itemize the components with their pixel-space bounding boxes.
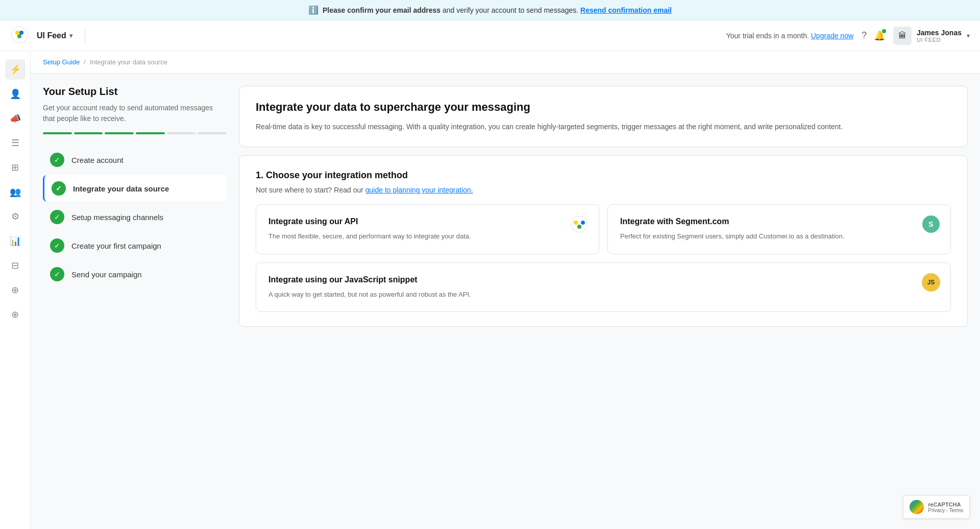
section-subtitle: Not sure where to start? Read our guide …: [256, 186, 951, 194]
js-card-title: Integrate using our JavaScript snippet: [268, 275, 938, 284]
brand-name[interactable]: UI Feed ▾: [37, 31, 72, 40]
js-snippet-icon: JS: [922, 273, 940, 292]
svg-point-5: [574, 221, 578, 225]
section-title: 1. Choose your integration method: [256, 170, 951, 181]
notification-dot: [882, 29, 886, 33]
sidebar-item-data-source[interactable]: ⚡: [5, 59, 26, 80]
progress-segment-3: [105, 132, 134, 134]
breadcrumb-current: Integrate your data source: [90, 58, 167, 66]
check-icon-messaging: ✓: [50, 210, 64, 224]
svg-point-6: [581, 221, 585, 225]
avatar: 🏛: [893, 27, 912, 45]
setup-item-first-campaign[interactable]: ✓ Create your first campaign: [43, 232, 227, 259]
integration-method-card: 1. Choose your integration method Not su…: [239, 155, 968, 327]
recaptcha-text: reCAPTCHA Privacy - Terms: [928, 501, 963, 513]
brand-dropdown-arrow: ▾: [69, 32, 72, 39]
sidebar-item-grid[interactable]: ⊞: [5, 157, 26, 178]
sidebar-item-charts[interactable]: 📊: [5, 231, 26, 251]
progress-segment-4: [136, 132, 165, 134]
breadcrumb-separator: /: [84, 58, 86, 66]
setup-item-send-campaign[interactable]: ✓ Send your campaign: [43, 261, 227, 287]
content-area: Setup Guide / Integrate your data source…: [31, 51, 980, 529]
sidebar-item-people[interactable]: 👤: [5, 84, 26, 104]
setup-item-label-first-campaign: Create your first campaign: [71, 242, 161, 250]
header-right: Your trial ends in a month. Upgrade now …: [726, 27, 970, 45]
notification-bell-icon[interactable]: 🔔: [874, 30, 885, 41]
breadcrumb: Setup Guide / Integrate your data source: [31, 51, 980, 74]
setup-item-label-send-campaign: Send your campaign: [71, 270, 142, 279]
svg-point-2: [19, 31, 23, 35]
notification-bar: ℹ️ Please confirm your email address and…: [0, 0, 980, 20]
setup-item-label-create-account: Create account: [71, 156, 124, 164]
hero-desc: Real-time data is key to successful mess…: [256, 121, 951, 132]
upgrade-link[interactable]: Upgrade now: [811, 32, 853, 40]
segment-card-title: Integrate with Segment.com: [620, 217, 938, 226]
header: UI Feed ▾ Your trial ends in a month. Up…: [0, 20, 980, 51]
setup-item-messaging-channels[interactable]: ✓ Setup messaging channels: [43, 204, 227, 230]
setup-item-label-integrate-data: Integrate your data source: [73, 184, 169, 193]
integration-grid: Integrate using our API The most flexibl…: [256, 204, 951, 254]
header-separator: [85, 28, 85, 43]
resend-confirmation-link[interactable]: Resend confirmation email: [580, 6, 672, 14]
segment-card-desc: Perfect for existing Segment users, simp…: [620, 231, 938, 242]
progress-bar: [43, 132, 227, 134]
check-icon-send-campaign: ✓: [50, 267, 64, 281]
setup-item-create-account[interactable]: ✓ Create account: [43, 147, 227, 173]
progress-segment-2: [74, 132, 103, 134]
header-icons: ? 🔔: [862, 30, 885, 41]
setup-list-title: Your Setup List: [43, 86, 227, 98]
svg-point-7: [577, 225, 581, 229]
check-icon-integrate-data: ✓: [52, 181, 66, 196]
progress-segment-5: [167, 132, 196, 134]
question-circle-icon: ℹ️: [308, 5, 318, 15]
api-icon: [570, 215, 589, 233]
integration-card-segment[interactable]: S Integrate with Segment.com Perfect for…: [607, 204, 951, 254]
recaptcha-subtext: Privacy - Terms: [928, 508, 963, 513]
recaptcha-label: reCAPTCHA: [928, 501, 963, 508]
integration-card-js[interactable]: JS Integrate using our JavaScript snippe…: [256, 262, 951, 312]
notif-text: Please confirm your email address and ve…: [323, 6, 672, 14]
recaptcha-logo: [910, 500, 924, 514]
sidebar-item-filter[interactable]: ⊟: [5, 255, 26, 276]
svg-point-4: [571, 216, 587, 232]
help-icon[interactable]: ?: [862, 30, 867, 41]
hero-card: Integrate your data to supercharge your …: [239, 86, 968, 147]
recaptcha-badge: reCAPTCHA Privacy - Terms: [903, 495, 970, 519]
main-content: Your Setup List Get your account ready t…: [31, 74, 980, 529]
sidebar-item-import[interactable]: ⊕: [5, 280, 26, 300]
user-menu-arrow: ▾: [967, 32, 970, 39]
hero-title: Integrate your data to supercharge your …: [256, 101, 951, 114]
svg-point-3: [17, 34, 21, 38]
icon-sidebar: ⚡ 👤 📣 ☰ ⊞ 👥 ⚙ 📊 ⊟ ⊕ ⊕: [0, 51, 31, 529]
planning-guide-link[interactable]: guide to planning your integration.: [365, 186, 473, 194]
svg-point-1: [15, 31, 19, 35]
setup-item-label-messaging: Setup messaging channels: [71, 213, 163, 222]
setup-item-integrate-data[interactable]: ✓ Integrate your data source: [43, 175, 227, 202]
js-card-desc: A quick way to get started, but not as p…: [268, 290, 938, 300]
user-info: James Jonas UI FEED: [917, 29, 962, 43]
setup-list-subtitle: Get your account ready to send automated…: [43, 103, 227, 124]
user-menu[interactable]: 🏛 James Jonas UI FEED ▾: [893, 27, 970, 45]
api-card-desc: The most flexible, secure, and performan…: [268, 231, 586, 242]
check-icon-first-campaign: ✓: [50, 238, 64, 253]
breadcrumb-parent[interactable]: Setup Guide: [43, 58, 80, 66]
setup-items-list: ✓ Create account ✓ Integrate your data s…: [43, 147, 227, 287]
progress-segment-1: [43, 132, 72, 134]
sidebar-item-users[interactable]: 👥: [5, 182, 26, 202]
detail-panel: Integrate your data to supercharge your …: [239, 86, 968, 517]
sidebar-item-campaigns[interactable]: 📣: [5, 108, 26, 129]
check-icon-create-account: ✓: [50, 153, 64, 167]
trial-text: Your trial ends in a month. Upgrade now: [726, 32, 853, 40]
sidebar-item-lists[interactable]: ☰: [5, 133, 26, 153]
setup-panel: Your Setup List Get your account ready t…: [43, 86, 227, 517]
integration-card-api[interactable]: Integrate using our API The most flexibl…: [256, 204, 599, 254]
progress-segment-6: [198, 132, 227, 134]
logo: [10, 26, 29, 46]
api-card-title: Integrate using our API: [268, 217, 586, 226]
sidebar-item-export[interactable]: ⊕: [5, 304, 26, 325]
segment-icon: S: [922, 215, 940, 233]
app-layout: ⚡ 👤 📣 ☰ ⊞ 👥 ⚙ 📊 ⊟ ⊕ ⊕ Setup Guide / Inte…: [0, 51, 980, 529]
sidebar-item-settings[interactable]: ⚙: [5, 206, 26, 227]
